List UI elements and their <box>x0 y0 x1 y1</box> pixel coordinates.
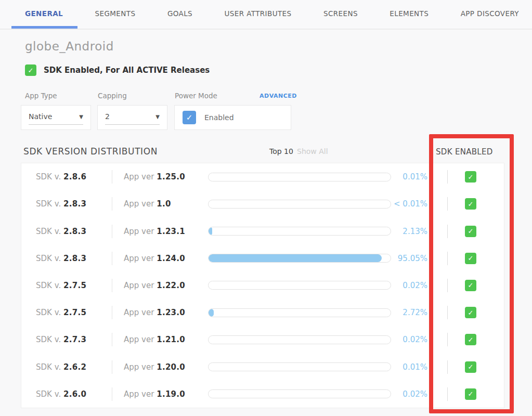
app-version-cell: App ver 1.24.0 <box>112 254 208 263</box>
app-type-dropdown[interactable]: Native ▼ <box>29 109 83 125</box>
sdk-enabled-toggle-row: ✓ SDK Enabled, For All ACTIVE Releases <box>25 64 210 76</box>
app-version-value: 1.21.0 <box>157 335 185 344</box>
percent-value: 0.02% <box>391 281 427 290</box>
sdk-version-value: 2.6.0 <box>63 389 86 399</box>
tab-screens[interactable]: SCREENS <box>323 9 358 18</box>
sdk-enabled-label: SDK Enabled, For All ACTIVE Releases <box>44 66 210 75</box>
app-version-cell: App ver 1.23.0 <box>112 308 208 317</box>
row-sdk-enabled-checkbox[interactable]: ✓ <box>465 226 476 237</box>
sdk-version-cell: SDK v. 2.6.0 <box>36 389 112 399</box>
column-divider <box>447 387 448 401</box>
capping-value: 2 <box>105 112 110 121</box>
distribution-bar <box>208 254 391 263</box>
sdk-version-label: SDK v. <box>36 254 61 263</box>
distribution-bar-fill <box>209 309 214 317</box>
filter-top-10[interactable]: Top 10 <box>269 147 293 155</box>
app-type-label: App Type <box>25 92 57 100</box>
app-version-label: App ver <box>124 254 154 263</box>
app-version-label: App ver <box>124 308 154 317</box>
sdk-version-value: 2.8.6 <box>63 172 86 181</box>
check-icon: ✓ <box>468 201 474 207</box>
app-type-value: Native <box>29 112 52 121</box>
sdk-version-cell: SDK v. 2.8.6 <box>36 172 112 181</box>
row-sdk-enabled-checkbox[interactable]: ✓ <box>465 253 476 264</box>
tab-segments[interactable]: SEGMENTS <box>95 9 136 18</box>
page-title: globe_Android <box>25 40 114 53</box>
sdk-version-label: SDK v. <box>36 281 61 290</box>
percent-value: 0.01% <box>391 172 427 181</box>
column-divider <box>447 306 448 319</box>
percent-value: 2.72% <box>391 308 427 317</box>
distribution-bar <box>208 200 391 209</box>
tab-general[interactable]: GENERAL <box>25 9 63 18</box>
row-sdk-enabled-checkbox[interactable]: ✓ <box>465 361 476 373</box>
tab-app-discovery[interactable]: APP DISCOVERY <box>461 9 519 18</box>
row-sdk-enabled-checkbox[interactable]: ✓ <box>465 334 476 345</box>
capping-field: 2 ▼ <box>97 105 167 130</box>
tab-list: GENERALSEGMENTSGOALSUSER ATTRIBUTESSCREE… <box>25 0 519 27</box>
sdk-version-label: SDK v. <box>36 308 61 317</box>
sdk-version-label: SDK v. <box>36 227 61 236</box>
row-sdk-enabled-checkbox[interactable]: ✓ <box>465 388 476 400</box>
table-row: SDK v. 2.7.3 App ver 1.21.0 0.02% ✓ <box>21 326 504 353</box>
distribution-bar <box>208 308 391 317</box>
power-mode-checkbox[interactable]: ✓ <box>183 111 196 124</box>
check-icon: ✓ <box>468 255 474 262</box>
row-sdk-enabled-checkbox[interactable]: ✓ <box>465 198 476 210</box>
capping-label: Capping <box>98 92 127 100</box>
row-sdk-enabled-checkbox[interactable]: ✓ <box>465 280 476 291</box>
tab-user-attributes[interactable]: USER ATTRIBUTES <box>225 9 292 18</box>
column-divider <box>447 170 448 184</box>
app-version-cell: App ver 1.0 <box>112 199 208 209</box>
app-version-cell: App ver 1.23.1 <box>112 227 208 236</box>
table-row: SDK v. 2.8.3 App ver 1.24.0 95.05% ✓ <box>21 245 504 272</box>
power-mode-checkbox-label: Enabled <box>204 113 234 122</box>
distribution-bar <box>208 389 391 398</box>
chevron-down-icon: ▼ <box>155 114 160 120</box>
table-row: SDK v. 2.6.0 App ver 1.19.0 0.02% ✓ <box>21 381 504 408</box>
app-version-cell: App ver 1.22.0 <box>112 281 208 290</box>
sdk-enabled-column-header: SDK ENABLED <box>436 147 493 157</box>
power-mode-inner: ✓ Enabled <box>183 106 234 129</box>
table-row: SDK v. 2.6.2 App ver 1.20.0 0.01% ✓ <box>21 354 504 381</box>
app-version-label: App ver <box>124 362 154 372</box>
percent-value: 2.13% <box>391 227 427 236</box>
check-icon: ✓ <box>468 309 474 316</box>
app-version-value: 1.25.0 <box>157 172 185 181</box>
app-version-value: 1.19.0 <box>157 389 185 399</box>
tab-elements[interactable]: ELEMENTS <box>390 9 429 18</box>
app-version-value: 1.0 <box>157 199 171 209</box>
distribution-bar <box>208 173 391 181</box>
row-sdk-enabled-checkbox[interactable]: ✓ <box>465 307 476 318</box>
table-row: SDK v. 2.7.5 App ver 1.23.0 2.72% ✓ <box>21 299 504 326</box>
app-version-label: App ver <box>124 281 154 290</box>
app-root: GENERALSEGMENTSGOALSUSER ATTRIBUTESSCREE… <box>0 0 532 416</box>
check-icon: ✓ <box>28 67 34 74</box>
sdk-version-value: 2.8.3 <box>63 227 86 236</box>
sdk-version-cell: SDK v. 2.6.2 <box>36 362 112 372</box>
percent-value: 0.02% <box>391 335 427 344</box>
chevron-down-icon: ▼ <box>79 114 83 120</box>
sdk-version-cell: SDK v. 2.8.3 <box>36 199 112 209</box>
column-divider <box>447 333 448 346</box>
app-version-label: App ver <box>124 335 154 344</box>
table-row: SDK v. 2.8.6 App ver 1.25.0 0.01% ✓ <box>21 163 504 190</box>
check-icon: ✓ <box>186 114 193 122</box>
percent-value: < 0.01% <box>391 199 427 209</box>
app-version-label: App ver <box>124 389 154 399</box>
sdk-enabled-checkbox[interactable]: ✓ <box>25 64 36 76</box>
sdk-version-label: SDK v. <box>36 362 61 372</box>
capping-dropdown[interactable]: 2 ▼ <box>105 109 160 125</box>
sdk-version-value: 2.7.3 <box>63 335 86 344</box>
advanced-link[interactable]: ADVANCED <box>259 93 293 99</box>
row-sdk-enabled-checkbox[interactable]: ✓ <box>465 171 476 183</box>
column-divider <box>447 360 448 374</box>
app-version-label: App ver <box>124 227 154 236</box>
percent-value: 95.05% <box>391 254 427 263</box>
table-row: SDK v. 2.7.5 App ver 1.22.0 0.02% ✓ <box>21 272 504 299</box>
filter-show-all[interactable]: Show All <box>297 147 328 155</box>
distribution-bar <box>208 281 391 290</box>
app-version-cell: App ver 1.20.0 <box>112 362 208 372</box>
tab-goals[interactable]: GOALS <box>167 9 192 18</box>
table-row: SDK v. 2.8.3 App ver 1.0 < 0.01% ✓ <box>21 190 504 217</box>
